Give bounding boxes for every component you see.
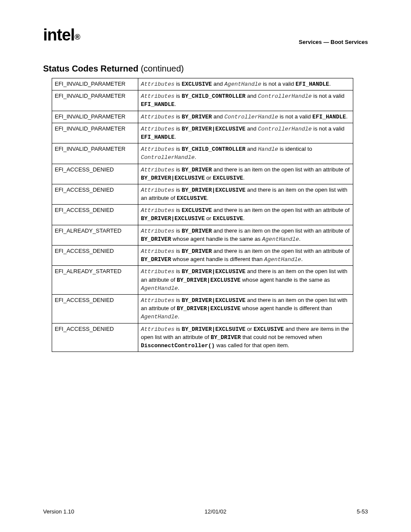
status-code-cell: EFI_INVALID_PARAMETER (52, 111, 138, 123)
brand-logo: intel® (43, 26, 80, 44)
table-row: EFI_INVALID_PARAMETERAttributes is BY_CH… (52, 90, 353, 111)
table-row: EFI_ACCESS_DENIEDAttributes is BY_DRIVER… (52, 294, 353, 323)
status-desc-cell: Attributes is BY_DRIVER and there is an … (138, 164, 353, 184)
status-code-cell: EFI_INVALID_PARAMETER (52, 90, 138, 111)
status-desc-cell: Attributes is BY_DRIVER|EXCLUSIVE and th… (138, 294, 353, 323)
header-section: Services — Boot Services (299, 39, 368, 45)
status-desc-cell: Attributes is BY_DRIVER and there is an … (138, 225, 353, 245)
table-row: EFI_ALREADY_STARTEDAttributes is BY_DRIV… (52, 266, 353, 295)
footer-page: 5-53 (357, 508, 368, 515)
status-codes-table: EFI_INVALID_PARAMETERAttributes is EXCLU… (52, 78, 353, 352)
page-footer: Version 1.10 12/01/02 5-53 (43, 508, 368, 515)
table-row: EFI_INVALID_PARAMETERAttributes is BY_DR… (52, 123, 353, 143)
footer-version: Version 1.10 (43, 508, 74, 515)
status-desc-cell: Attributes is BY_DRIVER|EXCLUSIVE and Co… (138, 123, 353, 143)
footer-date: 12/01/02 (205, 508, 227, 515)
status-desc-cell: Attributes is EXCLUSIVE and AgentHandle … (138, 78, 353, 90)
table-row: EFI_INVALID_PARAMETERAttributes is EXCLU… (52, 78, 353, 90)
status-desc-cell: Attributes is BY_DRIVER and ControllerHa… (138, 111, 353, 123)
status-desc-cell: Attributes is BY_DRIVER and there is an … (138, 246, 353, 266)
status-code-cell: EFI_ACCESS_DENIED (52, 205, 138, 225)
table-row: EFI_ACCESS_DENIEDAttributes is BY_DRIVER… (52, 184, 353, 204)
status-code-cell: EFI_ACCESS_DENIED (52, 294, 138, 323)
status-code-cell: EFI_INVALID_PARAMETER (52, 123, 138, 143)
status-code-cell: EFI_ACCESS_DENIED (52, 323, 138, 352)
table-row: EFI_INVALID_PARAMETERAttributes is BY_CH… (52, 143, 353, 164)
status-desc-cell: Attributes is BY_CHILD_CONTROLLER and Co… (138, 90, 353, 111)
table-row: EFI_ACCESS_DENIEDAttributes is EXCLUSIVE… (52, 205, 353, 225)
status-desc-cell: Attributes is BY_CHILD_CONTROLLER and Ha… (138, 143, 353, 164)
section-title: Status Codes Returned (continued) (43, 64, 368, 74)
table-row: EFI_ACCESS_DENIEDAttributes is BY_DRIVER… (52, 323, 353, 352)
status-code-cell: EFI_ACCESS_DENIED (52, 164, 138, 184)
status-code-cell: EFI_INVALID_PARAMETER (52, 143, 138, 164)
status-desc-cell: Attributes is BY_DRIVER|EXCLSUIVE or EXC… (138, 323, 353, 352)
table-row: EFI_ACCESS_DENIEDAttributes is BY_DRIVER… (52, 164, 353, 184)
status-code-cell: EFI_ALREADY_STARTED (52, 266, 138, 295)
status-code-cell: EFI_INVALID_PARAMETER (52, 78, 138, 90)
status-code-cell: EFI_ACCESS_DENIED (52, 184, 138, 204)
table-row: EFI_ALREADY_STARTEDAttributes is BY_DRIV… (52, 225, 353, 245)
status-desc-cell: Attributes is EXCLUSIVE and there is an … (138, 205, 353, 225)
status-code-cell: EFI_ACCESS_DENIED (52, 246, 138, 266)
status-code-cell: EFI_ALREADY_STARTED (52, 225, 138, 245)
status-desc-cell: Attributes is BY_DRIVER|EXCLUSIVE and th… (138, 266, 353, 295)
table-row: EFI_INVALID_PARAMETERAttributes is BY_DR… (52, 111, 353, 123)
table-row: EFI_ACCESS_DENIEDAttributes is BY_DRIVER… (52, 246, 353, 266)
status-desc-cell: Attributes is BY_DRIVER|EXCLUSIVE and th… (138, 184, 353, 204)
